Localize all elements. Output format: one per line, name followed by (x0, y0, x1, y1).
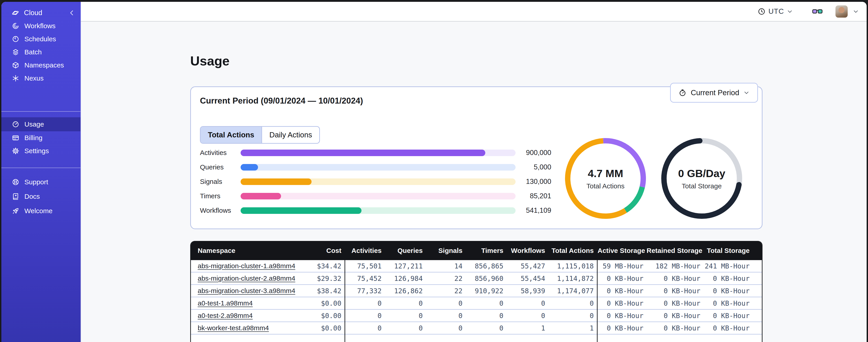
namespace-link[interactable]: a0-test-1.a98mm4 (198, 299, 253, 307)
sidebar-item-support[interactable]: Support (1, 175, 81, 189)
sidebar-item-namespaces[interactable]: Namespaces (1, 59, 81, 72)
column-header: Activities (345, 247, 385, 254)
sidebar-item-workflows[interactable]: Workflows (1, 20, 81, 33)
table-cell: 1 (506, 324, 548, 332)
column-header: Retained Storage (647, 247, 704, 254)
namespace-link[interactable]: bk-worker-test.a98mm4 (198, 324, 269, 332)
sidebar-item-nexus[interactable]: Nexus (1, 72, 81, 85)
table-cell: 0 KB-Hour (647, 324, 704, 332)
bar-label: Signals (200, 178, 241, 185)
table-cell: 0 KB-Hour (597, 287, 647, 295)
bar-label: Workflows (200, 207, 241, 214)
table-cell: 126,862 (385, 287, 426, 295)
brand-label: Cloud (24, 9, 42, 17)
sidebar-item-label: Namespaces (24, 61, 64, 69)
sidebar-item-label: Docs (24, 193, 40, 200)
table-cell: 856,960 (466, 275, 506, 282)
table-cell: abs-migration-cluster-1.a98mm4 (191, 262, 296, 270)
table-cell: 0 (345, 312, 385, 320)
table-cell: 1 (548, 324, 597, 332)
table-cell: 0 KB-Hour (704, 287, 762, 295)
column-header: Timers (466, 247, 506, 254)
bar-track (241, 207, 516, 214)
welcome-icon (12, 207, 20, 215)
sidebar-item-batch[interactable]: Batch (1, 45, 81, 59)
table-cell: 0 (426, 299, 466, 307)
table-row: bk-worker-test.a98mm4$0.000000110 KB-Hou… (191, 322, 762, 335)
tab-total-actions[interactable]: Total Actions (200, 127, 261, 143)
timezone-selector[interactable]: UTC (757, 7, 793, 15)
goggles-icon[interactable] (812, 6, 823, 17)
total-storage-label: Total Storage (682, 182, 722, 190)
table-cell: $38.42 (296, 287, 344, 295)
workflows-icon (12, 22, 20, 30)
table-cell: $0.00 (296, 312, 344, 320)
column-header: Active Storage (597, 247, 647, 254)
topbar: UTC (81, 2, 867, 22)
table-cell: 0 (548, 299, 597, 307)
namespace-link[interactable]: a0-test-2.a98mm4 (198, 312, 253, 319)
nexus-icon (12, 74, 20, 82)
period-selector-button[interactable]: Current Period (670, 83, 758, 103)
chevron-down-icon (787, 8, 793, 15)
stopwatch-icon (678, 89, 687, 97)
support-icon (12, 178, 20, 186)
table-cell: 0 KB-Hour (704, 299, 762, 307)
table-cell: a0-test-1.a98mm4 (191, 299, 296, 307)
sidebar-item-welcome[interactable]: Welcome (1, 204, 81, 218)
table-row: a0-test-2.a98mm4$0.000000000 KB-Hour0 KB… (191, 310, 762, 322)
sidebar-item-schedules[interactable]: Schedules (1, 33, 81, 45)
table-row: a0-test-1.a98mm4$0.000000000 KB-Hour0 KB… (191, 297, 762, 310)
table-cell: 0 KB-Hour (597, 299, 647, 307)
table-cell: 0 KB-Hour (597, 275, 647, 282)
bar-value: 900,000 (516, 149, 551, 157)
bar-fill (241, 193, 281, 199)
namespace-link[interactable]: abs-migration-cluster-3.a98mm4 (198, 287, 295, 295)
table-cell: 1,114,872 (548, 275, 597, 282)
sidebar-item-label: Nexus (24, 74, 43, 82)
namespace-link[interactable]: abs-migration-cluster-2.a98mm4 (198, 275, 295, 282)
total-storage-value: 0 GB/Day (678, 167, 725, 179)
table-cell: 0 (385, 299, 426, 307)
bar-fill (241, 207, 362, 214)
table-cell: 22 (426, 287, 466, 295)
table-cell: 0 (385, 324, 426, 332)
table-cell: 1,115,018 (548, 262, 597, 270)
table-cell: 0 (345, 299, 385, 307)
app-window: Cloud WorkflowsSchedulesBatchNamespacesN… (1, 2, 867, 342)
sidebar-item-usage[interactable]: Usage (1, 117, 81, 131)
docs-icon (12, 193, 20, 200)
avatar[interactable] (835, 5, 848, 18)
table-cell: 0 (466, 299, 506, 307)
table-row: abs-migration-cluster-1.a98mm4$34.4275,5… (191, 260, 762, 273)
bar-value: 5,000 (516, 163, 551, 171)
sidebar-item-docs[interactable]: Docs (1, 189, 81, 204)
tab-daily-actions[interactable]: Daily Actions (261, 127, 319, 143)
namespace-usage-table: NamespaceCostActivitiesQueriesSignalsTim… (190, 241, 763, 342)
table-row: abs-migration-cluster-2.a98mm4$29.3275,4… (191, 273, 762, 285)
sidebar-collapse-button[interactable] (68, 9, 75, 16)
usage-bar-row: Timers85,201 (200, 189, 551, 203)
table-cell: 0 KB-Hour (704, 324, 762, 332)
table-cell: a0-test-2.a98mm4 (191, 312, 296, 319)
column-header: Cost (296, 247, 344, 254)
batch-icon (12, 48, 20, 56)
bar-track (241, 178, 516, 185)
sidebar-item-label: Welcome (24, 207, 53, 215)
namespace-link[interactable]: abs-migration-cluster-1.a98mm4 (198, 262, 295, 270)
usage-icon (12, 121, 20, 128)
sidebar-item-billing[interactable]: Billing (1, 131, 81, 144)
column-header: Total Storage (704, 247, 762, 254)
billing-icon (12, 134, 20, 142)
clock-icon (757, 7, 766, 15)
user-menu-chevron-down-icon[interactable] (852, 8, 859, 15)
table-cell: 0 KB-Hour (647, 312, 704, 320)
bar-track (241, 193, 516, 199)
sidebar-item-settings[interactable]: Settings (1, 144, 81, 158)
table-cell: 127,211 (385, 262, 426, 270)
table-cell: $0.00 (296, 299, 344, 307)
usage-bars: Activities900,000Queries5,000Signals130,… (200, 145, 551, 218)
table-cell: 75,452 (345, 275, 385, 282)
sidebar: Cloud WorkflowsSchedulesBatchNamespacesN… (1, 2, 81, 342)
bar-label: Timers (200, 192, 241, 200)
